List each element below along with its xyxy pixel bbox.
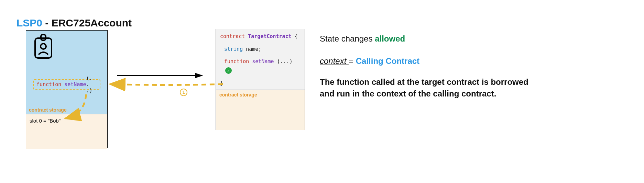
allowed-label: allowed bbox=[375, 34, 405, 43]
title-lsp: LSP0 bbox=[17, 17, 42, 28]
context-line: context = Calling Contract bbox=[320, 55, 540, 67]
code-fn-name: setName bbox=[252, 58, 274, 65]
profile-badge-icon bbox=[33, 34, 54, 60]
check-icon: ✓ bbox=[225, 67, 232, 74]
code-fn-params: (...) bbox=[277, 58, 293, 65]
explanation-paragraph: The function called at the target contra… bbox=[320, 76, 540, 100]
borrowed-function-box: function setName (. . .) bbox=[33, 79, 100, 90]
target-contract-code: contract TargetContract { string name; f… bbox=[216, 29, 305, 90]
right-storage-label: contract storage bbox=[216, 90, 305, 130]
calling-contract-card: function setName (. . .) contract storag… bbox=[26, 30, 108, 148]
calling-contract-top: function setName (. . .) contract storag… bbox=[26, 31, 107, 114]
slot-value: slot 0 = "Bob" bbox=[30, 118, 61, 124]
fn-params: (. . .) bbox=[86, 75, 97, 94]
step-badge: 1 bbox=[180, 89, 187, 96]
code-brace-close: } bbox=[220, 79, 223, 87]
explanation-block: State changes allowed context = Calling … bbox=[320, 33, 540, 100]
svg-point-2 bbox=[41, 44, 46, 49]
code-type-string: string bbox=[224, 46, 243, 52]
code-contract-name: TargetContract bbox=[248, 33, 291, 39]
fn-name: setName bbox=[64, 81, 86, 88]
title-rest: - ERC725Account bbox=[42, 17, 132, 28]
state-changes-line: State changes allowed bbox=[320, 33, 540, 45]
code-kw-function: function bbox=[224, 58, 249, 65]
target-contract-card: contract TargetContract { string name; f… bbox=[216, 29, 305, 130]
page-title: LSP0 - ERC725Account bbox=[17, 17, 132, 29]
code-var-name: name; bbox=[246, 46, 261, 52]
fn-keyword: function bbox=[36, 81, 61, 88]
code-brace-open: { bbox=[295, 33, 298, 39]
svg-rect-0 bbox=[35, 38, 52, 58]
left-storage-label: contract storage bbox=[29, 107, 67, 113]
calling-contract-storage: slot 0 = "Bob" bbox=[26, 114, 107, 149]
calling-contract-label: Calling Contract bbox=[356, 56, 419, 66]
code-kw-contract: contract bbox=[220, 33, 245, 39]
context-label: context bbox=[320, 56, 349, 66]
step-number: 1 bbox=[183, 90, 185, 95]
